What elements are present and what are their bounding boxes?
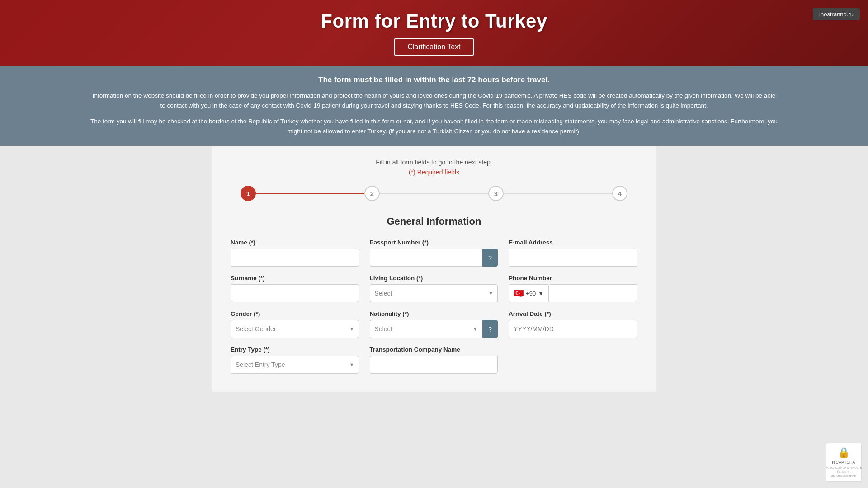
recaptcha-links: Конфиденциальность Условия использования <box>825 465 862 478</box>
gender-select[interactable]: Select Gender Male Female <box>231 320 359 338</box>
recaptcha-badge: 🔒 reCAPTCHA Конфиденциальность Условия и… <box>826 443 862 482</box>
turkey-flag-icon: 🇹🇷 <box>514 288 524 298</box>
surname-label: Surname (*) <box>231 275 359 282</box>
living-location-select-wrapper: Select <box>370 284 498 302</box>
info-para1: Information on the website should be fil… <box>90 91 778 110</box>
nationality-help-button[interactable]: ? <box>482 320 498 338</box>
question-icon-nationality: ? <box>488 325 492 333</box>
gender-label: Gender (*) <box>231 310 359 317</box>
email-label: E-mail Address <box>509 239 637 246</box>
question-icon: ? <box>488 254 492 262</box>
living-location-label: Living Location (*) <box>370 275 498 282</box>
entry-type-select-wrapper: Select Entry Type <box>231 356 359 374</box>
nationality-group: Nationality (*) Select ? <box>370 310 498 338</box>
name-input[interactable] <box>231 249 359 267</box>
recaptcha-logo: 🔒 <box>838 447 850 459</box>
living-location-group: Living Location (*) Select <box>370 275 498 302</box>
step-3: 3 <box>488 186 504 201</box>
gender-group: Gender (*) Select Gender Male Female <box>231 310 359 338</box>
arrival-date-group: Arrival Date (*) <box>509 310 637 338</box>
name-group: Name (*) <box>231 239 359 267</box>
info-section: The form must be filled in within the la… <box>0 66 868 146</box>
hero-section: Form for Entry to Turkey Clarification T… <box>0 0 868 66</box>
phone-input-wrapper: 🇹🇷 +90 ▼ <box>509 284 637 302</box>
arrival-date-label: Arrival Date (*) <box>509 310 637 317</box>
step-line-2-3 <box>380 193 488 194</box>
clarification-button[interactable]: Clarification Text <box>394 38 474 56</box>
email-input[interactable] <box>509 249 637 267</box>
surname-input[interactable] <box>231 284 359 302</box>
transport-company-group: Transportation Company Name <box>370 346 498 374</box>
phone-code: +90 <box>526 290 536 297</box>
step-1: 1 <box>241 186 256 201</box>
entry-type-group: Entry Type (*) Select Entry Type <box>231 346 359 374</box>
passport-group: Passport Number (*) ? <box>370 239 498 267</box>
step-2: 2 <box>364 186 380 201</box>
form-grid: Name (*) Passport Number (*) ? E-mail Ad… <box>231 239 637 374</box>
name-label: Name (*) <box>231 239 359 246</box>
passport-label: Passport Number (*) <box>370 239 498 246</box>
email-group: E-mail Address <box>509 239 637 267</box>
step-4: 4 <box>612 186 627 201</box>
phone-input[interactable] <box>548 284 637 302</box>
transport-company-input[interactable] <box>370 356 498 374</box>
step-line-1-2 <box>256 193 364 194</box>
info-bold-line: The form must be filled in within the la… <box>90 75 778 84</box>
entry-type-select[interactable]: Select Entry Type <box>231 356 359 374</box>
form-instruction: Fill in all form fields to go to the nex… <box>231 159 637 166</box>
step-indicator: 1 2 3 4 <box>231 186 637 201</box>
phone-label: Phone Number <box>509 275 637 282</box>
nationality-label: Nationality (*) <box>370 310 498 317</box>
form-container: Fill in all form fields to go to the nex… <box>212 146 656 392</box>
passport-input-wrapper: ? <box>370 249 498 267</box>
nationality-select[interactable]: Select <box>370 320 482 338</box>
info-para2: The form you will fill may be checked at… <box>90 117 778 136</box>
step-line-3-4 <box>504 193 612 194</box>
section-title: General Information <box>231 216 637 227</box>
passport-help-button[interactable]: ? <box>482 249 498 267</box>
page-title: Form for Entry to Turkey <box>321 10 547 32</box>
arrival-date-input[interactable] <box>509 320 637 338</box>
recaptcha-label: reCAPTCHA <box>832 460 855 465</box>
entry-type-label: Entry Type (*) <box>231 346 359 353</box>
passport-input[interactable] <box>370 249 482 267</box>
nationality-select-wrapper: Select ? <box>370 320 498 338</box>
site-badge: inostranno.ru <box>813 8 860 20</box>
phone-group: Phone Number 🇹🇷 +90 ▼ <box>509 275 637 302</box>
surname-group: Surname (*) <box>231 275 359 302</box>
phone-dropdown-icon: ▼ <box>538 290 544 297</box>
living-location-select[interactable]: Select <box>370 284 498 302</box>
gender-select-wrapper: Select Gender Male Female <box>231 320 359 338</box>
transport-company-label: Transportation Company Name <box>370 346 498 353</box>
required-note: (*) Required fields <box>231 169 637 176</box>
phone-flag-button[interactable]: 🇹🇷 +90 ▼ <box>509 284 548 302</box>
